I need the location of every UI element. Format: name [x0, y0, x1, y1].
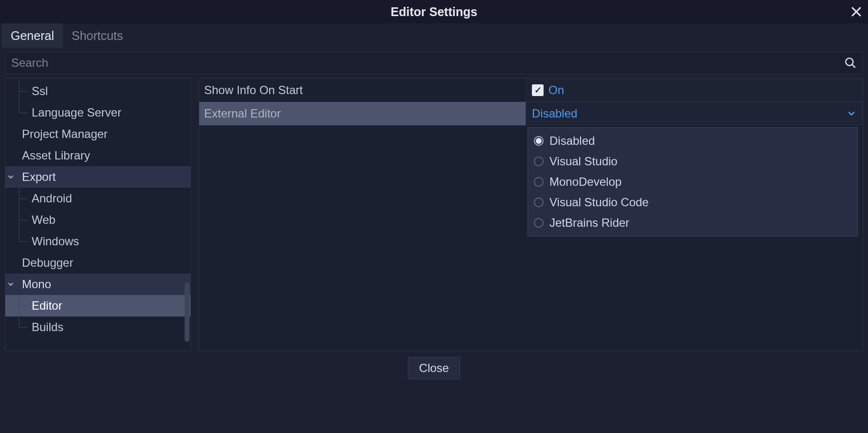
tree-item-label: Mono [16, 277, 51, 291]
tree-item[interactable]: Android [5, 188, 190, 209]
category-tree: SslLanguage ServerProject ManagerAsset L… [5, 78, 191, 351]
chevron-down-icon [847, 109, 856, 118]
tree-item-label: Ssl [32, 84, 48, 98]
radio-icon [534, 218, 544, 228]
dropdown-option-label: Disabled [549, 134, 595, 148]
setting-show-info-on-start: Show Info On Start ✓ On [199, 79, 863, 102]
dropdown-option-label: JetBrains Rider [549, 216, 629, 230]
tab-shortcuts[interactable]: Shortcuts [63, 23, 132, 48]
chevron-down-icon [5, 173, 16, 181]
scrollbar[interactable] [185, 282, 189, 342]
tree-item-label: Android [32, 192, 72, 205]
radio-icon [534, 197, 544, 207]
tree-branch [12, 188, 32, 209]
dropdown-option[interactable]: Visual Studio Code [528, 192, 857, 213]
tree-item-label: Builds [32, 320, 63, 334]
tree-item-label: Debugger [5, 256, 73, 270]
external-editor-dropdown: DisabledVisual StudioMonoDevelopVisual S… [528, 127, 858, 236]
tree-item[interactable]: Builds [5, 316, 190, 338]
dropdown-option[interactable]: Disabled [528, 131, 857, 151]
tree-item[interactable]: Ssl [5, 80, 190, 102]
tree-branch [12, 316, 32, 338]
svg-point-2 [846, 58, 853, 65]
tree-branch [12, 209, 32, 231]
tree-item[interactable]: Editor [5, 295, 190, 316]
setting-label: Show Info On Start [199, 79, 526, 102]
tree-branch [12, 231, 32, 252]
tree-item-label: Editor [32, 299, 62, 313]
tree-item[interactable]: Asset Library [5, 145, 190, 166]
window-title: Editor Settings [391, 5, 477, 19]
dropdown-option-label: MonoDevelop [549, 175, 622, 189]
tabs: General Shortcuts [0, 23, 868, 48]
setting-external-editor: External Editor Disabled [199, 102, 863, 125]
dropdown-option[interactable]: JetBrains Rider [528, 213, 857, 233]
search-input[interactable] [11, 56, 844, 70]
radio-icon [534, 177, 544, 187]
tree-item[interactable]: Export [5, 166, 190, 188]
setting-value[interactable]: ✓ On [526, 79, 863, 102]
tree-branch [12, 102, 32, 123]
tree-item-label: Project Manager [5, 127, 108, 141]
chevron-down-icon [5, 280, 16, 288]
dropdown-option[interactable]: MonoDevelop [528, 172, 857, 192]
tree-item-label: Language Server [32, 106, 121, 119]
tab-general[interactable]: General [2, 23, 63, 48]
tree-item-label: Web [32, 213, 56, 227]
close-button[interactable]: Close [408, 357, 460, 379]
dropdown-trigger[interactable]: Disabled [526, 102, 863, 125]
tree-item-label: Asset Library [5, 149, 90, 162]
svg-line-3 [852, 64, 855, 68]
tree-item-label: Windows [32, 235, 79, 248]
dropdown-option[interactable]: Visual Studio [528, 151, 857, 172]
tree-branch [12, 80, 32, 102]
radio-icon [534, 136, 544, 146]
tree-item[interactable]: Project Manager [5, 123, 190, 145]
tree-item[interactable]: Mono [5, 274, 190, 295]
tree-item[interactable]: Windows [5, 231, 190, 252]
settings-panel: Show Info On Start ✓ On External Editor … [199, 78, 863, 351]
dropdown-value: Disabled [532, 107, 577, 120]
setting-label: External Editor [199, 102, 526, 125]
dropdown-option-label: Visual Studio Code [549, 196, 649, 209]
checkbox-icon[interactable]: ✓ [532, 84, 544, 96]
search-icon[interactable] [844, 57, 857, 69]
search-bar [5, 52, 863, 74]
checkbox-label: On [548, 83, 564, 97]
dropdown-option-label: Visual Studio [549, 155, 618, 168]
close-icon[interactable] [850, 6, 862, 18]
tree-branch [12, 295, 32, 316]
radio-icon [534, 157, 544, 166]
footer: Close [0, 351, 868, 385]
tree-item[interactable]: Language Server [5, 102, 190, 123]
tree-item[interactable]: Web [5, 209, 190, 231]
titlebar: Editor Settings [0, 0, 868, 23]
tree-item-label: Export [16, 170, 56, 184]
tree-item[interactable]: Debugger [5, 252, 190, 274]
